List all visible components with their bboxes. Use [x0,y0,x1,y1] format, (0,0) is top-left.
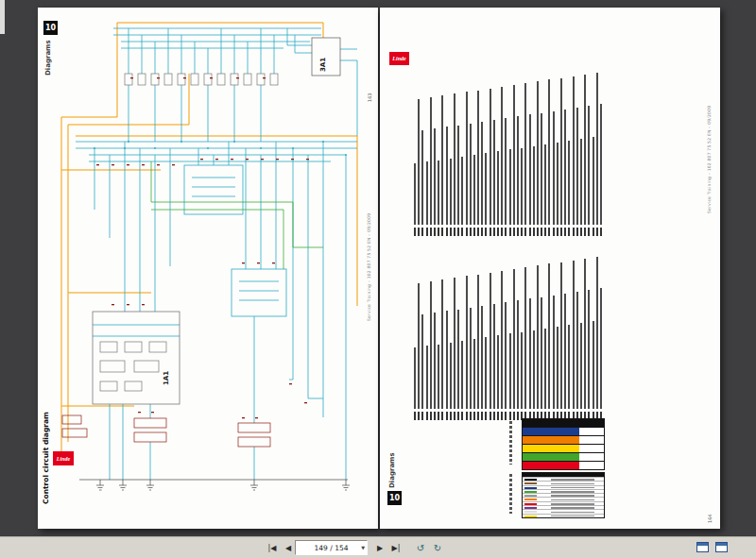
chapter-title: Diagrams [45,40,52,76]
panel-toggle-icon-2[interactable] [715,542,728,552]
resistor-boxes [62,415,270,447]
rotate-right-button[interactable]: ↻ [430,540,445,555]
page-number: 163 [368,93,372,102]
page-right: Linde 10 Diagrams Service Training – 102… [380,8,720,529]
teal-wires [76,28,357,480]
chevron-down-icon[interactable]: ▼ [361,545,365,550]
first-page-button[interactable]: |◀ [265,540,280,555]
ground-symbols [79,480,350,490]
green-wires [151,161,323,269]
table-caption [509,474,512,514]
voltage-color-table [522,418,605,470]
legend-column [413,61,605,236]
screen-artifact [0,0,5,34]
page-indicator-value: 149 / 154 [315,544,349,552]
wiring-schematic: 3A1 1A1 [57,21,369,495]
module-label-3a1: 3A1 [319,58,327,72]
component-boxes [93,38,340,404]
prev-page-button[interactable]: ◀ [281,540,296,555]
rotate-left-button[interactable]: ↺ [413,540,428,555]
panel-toggle-icon-1[interactable] [696,542,709,552]
voltage-stripes [523,427,604,469]
page-title: Control circuit diagram [43,412,50,504]
last-page-button[interactable]: ▶| [388,540,404,555]
table-header [523,419,604,427]
footer-text: Service Training – 102 807 75 52 EN – 09… [708,106,713,213]
wire-color-table [522,472,605,518]
logo-text: Linde [392,56,405,61]
chapter-number-box: 10 [43,21,58,35]
module-label-1a1: 1A1 [163,371,170,385]
page-number: 164 [708,514,713,523]
table-caption [509,421,512,465]
viewer-toolbar: |◀ ◀ 149 / 154 ▼ ▶ ▶| ↺ ↻ [0,536,756,558]
linde-logo: Linde [389,52,409,65]
pdf-viewer: 10 Diagrams Control circuit diagram [0,0,756,558]
footer-text: Service Training – 102 807 75 52 EN – 09… [368,213,372,321]
chapter-title: Diagrams [389,452,396,488]
linde-logo: Linde [53,451,74,465]
orange-wires [61,23,357,451]
document-canvas[interactable]: 10 Diagrams Control circuit diagram [0,0,756,536]
page-number-input[interactable]: 149 / 154 ▼ [295,540,368,555]
logo-text: Linde [57,456,70,462]
page-left: 10 Diagrams Control circuit diagram [38,8,378,529]
next-page-button[interactable]: ▶ [372,540,387,555]
legend-column [413,245,605,420]
legend-text-block [413,61,605,420]
chapter-number-box: 10 [387,491,402,505]
wire-color-rows [523,477,604,517]
